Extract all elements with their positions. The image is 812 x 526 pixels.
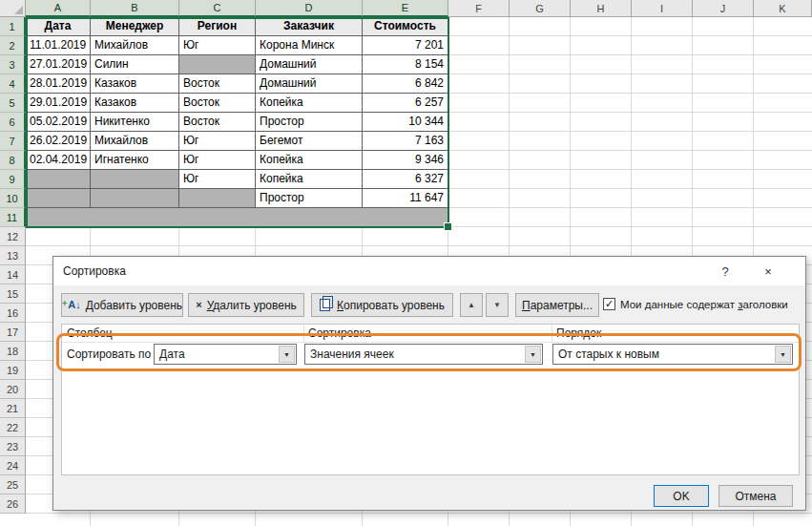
row-header-7[interactable]: 7	[0, 132, 26, 151]
ok-button[interactable]: OK	[654, 485, 709, 507]
grid-cell[interactable]: Простор	[256, 113, 363, 132]
grid-cell[interactable]: 8 154	[363, 55, 448, 74]
delete-level-button[interactable]: × Удалить уровень	[188, 293, 304, 317]
grid-cell[interactable]: Казаков	[91, 94, 179, 113]
row-header-9[interactable]: 9	[0, 170, 26, 189]
move-down-button[interactable]: ▼	[486, 293, 509, 317]
grid-cell[interactable]	[179, 208, 256, 227]
grid-cell[interactable]: 02.04.2019	[26, 151, 91, 170]
row-header-10[interactable]: 10	[0, 189, 26, 208]
grid-cell[interactable]: Менеджер	[91, 17, 179, 36]
row-header-21[interactable]: 21	[0, 399, 26, 418]
grid-cell[interactable]: Юг	[179, 170, 256, 189]
grid-cell[interactable]: Копейка	[256, 151, 363, 170]
grid-cell[interactable]: Копейка	[256, 170, 363, 189]
grid-cell[interactable]: Корона Минск	[256, 36, 363, 55]
grid-cell[interactable]: 9 346	[363, 151, 448, 170]
row-header-17[interactable]: 17	[0, 323, 26, 342]
grid-cell[interactable]: Юг	[179, 151, 256, 170]
help-button[interactable]: ?	[711, 257, 739, 285]
column-header-K[interactable]: K	[754, 0, 812, 17]
grid-cell[interactable]: Юг	[179, 36, 256, 55]
column-header-H[interactable]: H	[571, 0, 632, 17]
order-combo[interactable]: От старых к новым ▼	[552, 344, 793, 365]
grid-cell[interactable]	[256, 208, 363, 227]
grid-cell[interactable]	[363, 208, 448, 227]
column-header-B[interactable]: B	[91, 0, 179, 17]
grid-cell[interactable]: 6 842	[363, 74, 448, 94]
grid-cell[interactable]: Копейка	[256, 94, 363, 113]
grid-cell[interactable]: Никитенко	[91, 113, 179, 132]
row-header-5[interactable]: 5	[0, 94, 26, 113]
grid-cell[interactable]: 29.01.2019	[26, 94, 91, 113]
row-header-15[interactable]: 15	[0, 284, 26, 304]
row-header-18[interactable]: 18	[0, 342, 26, 361]
close-button[interactable]: ×	[754, 257, 782, 285]
order-combo-arrow[interactable]: ▼	[775, 346, 791, 363]
column-header-G[interactable]: G	[510, 0, 571, 17]
row-header-6[interactable]: 6	[0, 113, 26, 132]
grid-cell[interactable]: Михайлов	[91, 132, 179, 151]
column-header-C[interactable]: C	[179, 0, 256, 17]
move-up-button[interactable]: ▲	[460, 293, 483, 317]
grid-cell[interactable]: Игнатенко	[91, 151, 179, 170]
grid-cell[interactable]: Силин	[91, 55, 179, 74]
options-button[interactable]: Параметры...	[515, 293, 599, 317]
grid-cell[interactable]: Заказчик	[256, 17, 363, 36]
grid-cell[interactable]: Простор	[256, 189, 363, 208]
row-header-20[interactable]: 20	[0, 380, 26, 399]
column-header-D[interactable]: D	[256, 0, 363, 17]
grid-cell[interactable]: 28.01.2019	[26, 74, 91, 94]
sort-on-combo-arrow[interactable]: ▼	[525, 346, 541, 363]
grid-cell[interactable]	[179, 189, 256, 208]
row-header-23[interactable]: 23	[0, 437, 26, 456]
grid-cell[interactable]: Восток	[179, 74, 256, 94]
add-level-button[interactable]: A↓ Добавить уровень	[61, 293, 183, 317]
select-all-corner[interactable]	[0, 0, 26, 17]
grid-cell[interactable]: 11.01.2019	[26, 36, 91, 55]
grid-cell[interactable]: Домашний	[256, 55, 363, 74]
row-header-16[interactable]: 16	[0, 304, 26, 323]
grid-cell[interactable]: 7 163	[363, 132, 448, 151]
grid-cell[interactable]	[91, 189, 179, 208]
grid-cell[interactable]: 11 647	[363, 189, 448, 208]
grid-cell[interactable]: Домашний	[256, 74, 363, 94]
grid-cell[interactable]: 7 201	[363, 36, 448, 55]
column-combo[interactable]: Дата ▼	[154, 344, 297, 365]
row-header-19[interactable]: 19	[0, 361, 26, 380]
headers-checkbox[interactable]: ✓ Мои данные содержат заголовки	[603, 298, 788, 310]
row-header-2[interactable]: 2	[0, 36, 26, 55]
grid-cell[interactable]	[179, 55, 256, 74]
grid-cell[interactable]: Михайлов	[91, 36, 179, 55]
grid-cell[interactable]: 6 327	[363, 170, 448, 189]
grid-cell[interactable]	[91, 208, 179, 227]
row-header-3[interactable]: 3	[0, 55, 26, 74]
sort-on-combo[interactable]: Значения ячеек ▼	[304, 344, 543, 365]
grid-cell[interactable]: Восток	[179, 113, 256, 132]
grid-cell[interactable]	[26, 170, 91, 189]
grid-cell[interactable]: Казаков	[91, 74, 179, 94]
row-header-1[interactable]: 1	[0, 17, 26, 36]
column-header-E[interactable]: E	[363, 0, 448, 17]
row-header-4[interactable]: 4	[0, 74, 26, 94]
headers-checkbox-box[interactable]: ✓	[603, 298, 615, 310]
grid-cell[interactable]: Юг	[179, 132, 256, 151]
dialog-titlebar[interactable]: Сортировка ? ×	[53, 257, 805, 285]
row-header-26[interactable]: 26	[0, 494, 26, 514]
row-header-24[interactable]: 24	[0, 456, 26, 475]
row-header-8[interactable]: 8	[0, 151, 26, 170]
grid-cell[interactable]: 27.01.2019	[26, 55, 91, 74]
column-header-I[interactable]: I	[632, 0, 693, 17]
row-header-14[interactable]: 14	[0, 265, 26, 284]
grid-cell[interactable]: Восток	[179, 94, 256, 113]
grid-cell[interactable]: Дата	[26, 17, 91, 36]
column-header-J[interactable]: J	[693, 0, 754, 17]
fill-handle[interactable]	[444, 222, 452, 231]
row-header-22[interactable]: 22	[0, 418, 26, 437]
grid-cell[interactable]: 05.02.2019	[26, 113, 91, 132]
grid-cell[interactable]: 10 344	[363, 113, 448, 132]
row-header-13[interactable]: 13	[0, 246, 26, 265]
row-header-11[interactable]: 11	[0, 208, 26, 227]
grid-cell[interactable]	[26, 189, 91, 208]
grid-cell[interactable]	[91, 170, 179, 189]
